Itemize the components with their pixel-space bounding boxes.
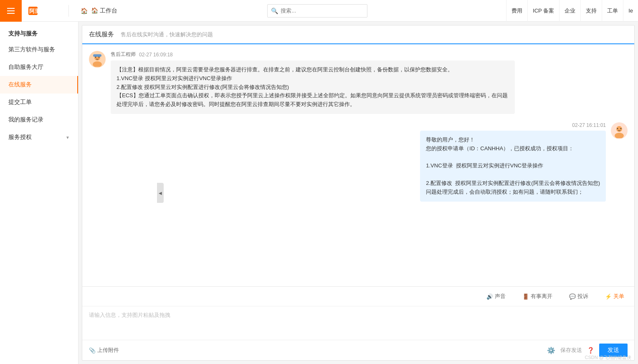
msg1-sender: 售后工程师 [111, 51, 136, 58]
user-avatar-icon [612, 123, 627, 138]
save-send-label: 保存发送 [560, 346, 582, 354]
chat-subtitle: 售后在线实时沟通，快速解决您的问题 [121, 31, 213, 38]
user-label: Ie [628, 8, 633, 14]
chat-messages[interactable]: 售后工程师 02-27 16:09:18 【注意】根据目前情况，阿里云需要登录您… [82, 44, 634, 286]
sidebar-item-service-records[interactable]: 我的服务记录 [0, 111, 78, 129]
sound-btn[interactable]: 🔊 声音 [483, 291, 509, 302]
home-icon: 🏠 [81, 8, 88, 14]
upload-label: 上传附件 [97, 346, 119, 354]
away-btn[interactable]: 🚪 有事离开 [519, 291, 556, 302]
chat-title: 在线服务 [89, 30, 114, 38]
upload-button[interactable]: 📎 上传附件 [89, 346, 119, 354]
nav-user[interactable]: Ie [623, 0, 638, 22]
sidebar: 支持与服务 第三方软件与服务 自助服务大厅 在线服务 提交工单 我的服务记录 服… [0, 22, 78, 364]
search-area: 🔍 [129, 4, 506, 18]
paperclip-icon: 📎 [89, 347, 96, 354]
sidebar-item-online-service[interactable]: 在线服务 [0, 76, 78, 94]
sidebar-item-third-party[interactable]: 第三方软件与服务 [0, 41, 78, 58]
msg2-meta: 02-27 16:11:01 [572, 122, 606, 128]
settings-icon[interactable]: ⚙️ [547, 346, 555, 354]
help-icon[interactable]: ❓ [587, 347, 594, 354]
sidebar-label-service-records: 我的服务记录 [8, 116, 43, 124]
svg-rect-7 [93, 54, 101, 57]
chat-container: 在线服务 售后在线实时沟通，快速解决您的问题 [82, 25, 635, 361]
ticket-label: 工单 [607, 7, 618, 15]
search-input[interactable] [281, 8, 356, 14]
sidebar-label-service-auth: 服务授权 [8, 134, 32, 141]
menu-button[interactable] [0, 0, 22, 22]
msg1-time: 02-27 16:09:18 [139, 52, 173, 58]
sidebar-item-self-service[interactable]: 自助服务大厅 [0, 58, 78, 76]
chat-footer: 🔊 声音 🚪 有事离开 💬 投诉 ⚡ 关单 [82, 286, 634, 360]
svg-point-5 [95, 57, 96, 58]
nav-support[interactable]: 支持 [580, 0, 602, 22]
sound-icon: 🔊 [486, 293, 493, 300]
chat-toolbar: 📎 上传附件 ⚙️ 保存发送 ❓ 发送 [82, 340, 634, 360]
main-nav: 🏠 🏠 工作台 [69, 0, 129, 22]
watermark: CSDN @飞翔的键盘侠 [585, 354, 631, 361]
chat-input-area[interactable]: 请输入信息，支持图片粘贴及拖拽 [82, 306, 634, 340]
nav-workbench-label: 🏠 工作台 [91, 7, 117, 15]
msg1-bubble: 【注意】根据目前情况，阿里云需要登录您服务器进行排查。在排查之前，建议您在阿里云… [111, 61, 515, 114]
engineer-avatar [89, 51, 106, 68]
logo[interactable]: 阿里云 [22, 5, 69, 17]
msg2-time: 02-27 16:11:01 [572, 122, 606, 128]
toolbar-left: 📎 上传附件 [89, 346, 119, 354]
msg1-content: 售后工程师 02-27 16:09:18 【注意】根据目前情况，阿里云需要登录您… [111, 51, 515, 114]
message-1: 售后工程师 02-27 16:09:18 【注意】根据目前情况，阿里云需要登录您… [89, 51, 628, 114]
nav-workbench[interactable]: 🏠 🏠 工作台 [76, 0, 122, 22]
logo-svg: 阿里云 [28, 5, 62, 17]
nav-ticket[interactable]: 工单 [602, 0, 623, 22]
complaint-btn[interactable]: 💬 投诉 [566, 291, 592, 302]
sidebar-item-service-auth[interactable]: 服务授权 ▼ [0, 129, 78, 146]
nav-cost[interactable]: 费用 [506, 0, 527, 22]
sidebar-item-submit-ticket[interactable]: 提交工单 [0, 94, 78, 111]
sidebar-label-online-service: 在线服务 [8, 81, 32, 88]
icp-label: ICP 备案 [533, 7, 554, 15]
cost-label: 费用 [511, 7, 522, 15]
svg-point-6 [99, 57, 99, 58]
user-avatar [611, 122, 628, 139]
msg2-content: 02-27 16:11:01 尊敬的用户，您好！您的授权申请单（ID：CANHH… [420, 122, 606, 202]
hamburger-icon [7, 8, 15, 14]
enterprise-label: 企业 [565, 7, 575, 15]
msg2-bubble: 尊敬的用户，您好！您的授权申请单（ID：CANHHA），已授权成功，授权项目：1… [420, 131, 606, 202]
header-right-nav: 费用 ICP 备案 企业 支持 工单 Ie [506, 0, 638, 22]
away-label: 有事离开 [531, 293, 552, 300]
header: 阿里云 🏠 🏠 工作台 🔍 费用 ICP 备案 企业 支持 工单 Ie [0, 0, 638, 22]
svg-point-11 [617, 128, 618, 129]
close-icon: ⚡ [605, 293, 612, 300]
sidebar-label-self-service: 自助服务大厅 [8, 63, 43, 71]
complaint-label: 投诉 [577, 293, 588, 300]
search-box[interactable]: 🔍 [267, 4, 367, 18]
engineer-avatar-icon [90, 52, 105, 67]
svg-text:阿里云: 阿里云 [29, 8, 46, 14]
msg2-text: 尊敬的用户，您好！您的授权申请单（ID：CANHHA），已授权成功，授权项目：1… [426, 136, 600, 195]
complaint-icon: 💬 [569, 293, 576, 300]
nav-enterprise[interactable]: 企业 [559, 0, 580, 22]
chat-header: 在线服务 售后在线实时沟通，快速解决您的问题 [82, 25, 634, 44]
away-icon: 🚪 [522, 293, 529, 300]
sidebar-toggle[interactable]: ◀ [157, 183, 164, 203]
close-btn[interactable]: ⚡ 关单 [602, 291, 628, 302]
msg1-meta: 售后工程师 02-27 16:09:18 [111, 51, 515, 58]
chevron-left-icon: ◀ [159, 191, 162, 195]
sidebar-section-label: 支持与服务 [8, 30, 38, 38]
chevron-down-icon: ▼ [66, 135, 70, 140]
search-icon: 🔍 [271, 8, 278, 14]
nav-icp[interactable]: ICP 备案 [527, 0, 559, 22]
sidebar-label-third-party: 第三方软件与服务 [8, 46, 55, 53]
msg1-text: 【注意】根据目前情况，阿里云需要登录您服务器进行排查。在排查之前，建议您在阿里云… [116, 66, 508, 107]
input-placeholder: 请输入信息，支持图片粘贴及拖拽 [89, 312, 170, 318]
message-2: 02-27 16:11:01 尊敬的用户，您好！您的授权申请单（ID：CANHH… [89, 122, 628, 202]
svg-point-12 [620, 128, 621, 129]
watermark-text: CSDN @飞翔的键盘侠 [585, 355, 631, 360]
save-send-btn[interactable]: 保存发送 [560, 346, 582, 354]
close-label: 关单 [613, 293, 624, 300]
chat-actions: 🔊 声音 🚪 有事离开 💬 投诉 ⚡ 关单 [82, 287, 634, 306]
sidebar-label-submit-ticket: 提交工单 [8, 99, 32, 106]
body-wrap: 支持与服务 第三方软件与服务 自助服务大厅 在线服务 提交工单 我的服务记录 服… [0, 22, 638, 364]
support-label: 支持 [586, 7, 597, 15]
sidebar-section-support: 支持与服务 [0, 25, 78, 41]
sound-label: 声音 [495, 293, 506, 300]
